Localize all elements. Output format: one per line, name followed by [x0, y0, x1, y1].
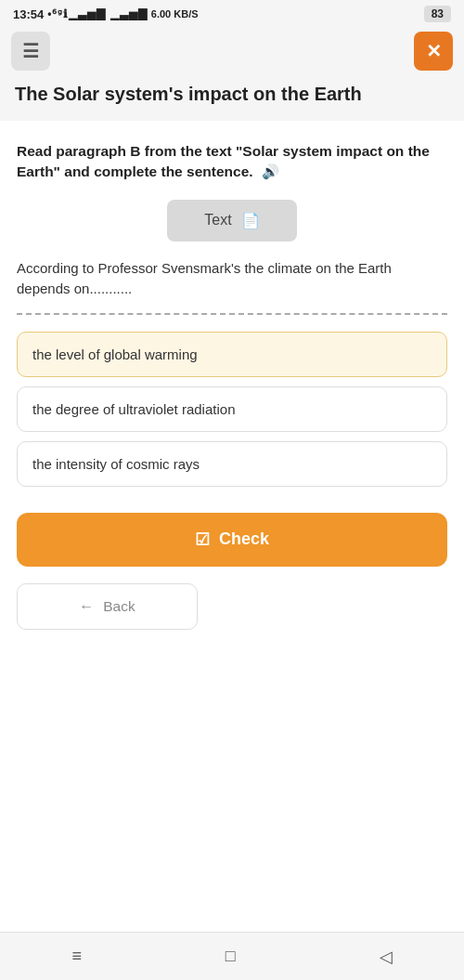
page-title: The Solar system's impact on the Earth — [15, 82, 449, 106]
menu-button[interactable]: ☰ — [11, 32, 50, 71]
text-button-label: Text — [204, 212, 231, 229]
option-item[interactable]: the intensity of cosmic rays — [17, 441, 447, 487]
instruction-text: Read paragraph B from the text "Solar sy… — [17, 141, 447, 183]
back-button-label: Back — [103, 598, 135, 615]
signal-icons: •⁶ᵍℹ▁▃▅▇ ▁▃▅▇ — [47, 7, 148, 20]
speed-indicator: 6.00 KB/S — [151, 8, 199, 20]
back-arrow-icon: ← — [79, 598, 94, 615]
status-bar: 13:54 •⁶ᵍℹ▁▃▅▇ ▁▃▅▇ 6.00 KB/S 83 — [0, 0, 464, 26]
menu-icon: ☰ — [22, 40, 39, 62]
close-icon: ✕ — [426, 40, 442, 62]
option-text: the intensity of cosmic rays — [32, 456, 200, 472]
page-title-wrap: The Solar system's impact on the Earth — [0, 78, 464, 121]
close-button[interactable]: ✕ — [414, 32, 453, 71]
text-button[interactable]: Text 📄 — [167, 200, 296, 242]
options-list: the level of global warming the degree o… — [17, 332, 447, 487]
audio-icon[interactable]: 🔊 — [262, 162, 279, 182]
bottom-nav-back-icon[interactable]: ◁ — [361, 937, 411, 976]
status-left: 13:54 •⁶ᵍℹ▁▃▅▇ ▁▃▅▇ 6.00 KB/S — [13, 7, 199, 21]
bottom-nav: ≡ □ ◁ — [0, 932, 464, 980]
check-button-label: Check — [219, 529, 269, 549]
bottom-nav-home-icon[interactable]: □ — [207, 937, 254, 975]
option-text: the degree of ultraviolet radiation — [32, 401, 235, 417]
check-button[interactable]: ☑ Check — [17, 513, 447, 567]
top-nav: ☰ ✕ — [0, 26, 464, 78]
document-icon: 📄 — [241, 212, 260, 229]
reading-text: According to Professor Svensmark's the c… — [17, 258, 447, 300]
bottom-nav-menu-icon[interactable]: ≡ — [53, 937, 100, 975]
text-btn-wrap: Text 📄 — [17, 200, 447, 242]
check-icon: ☑ — [195, 529, 210, 550]
back-button[interactable]: ← Back — [17, 583, 198, 630]
option-item[interactable]: the level of global warming — [17, 332, 447, 377]
battery-indicator: 83 — [424, 6, 451, 22]
dotted-divider — [17, 313, 447, 315]
option-item[interactable]: the degree of ultraviolet radiation — [17, 386, 447, 432]
status-time: 13:54 — [13, 7, 44, 21]
main-content: Read paragraph B from the text "Solar sy… — [0, 121, 464, 932]
option-text: the level of global warming — [32, 346, 198, 362]
